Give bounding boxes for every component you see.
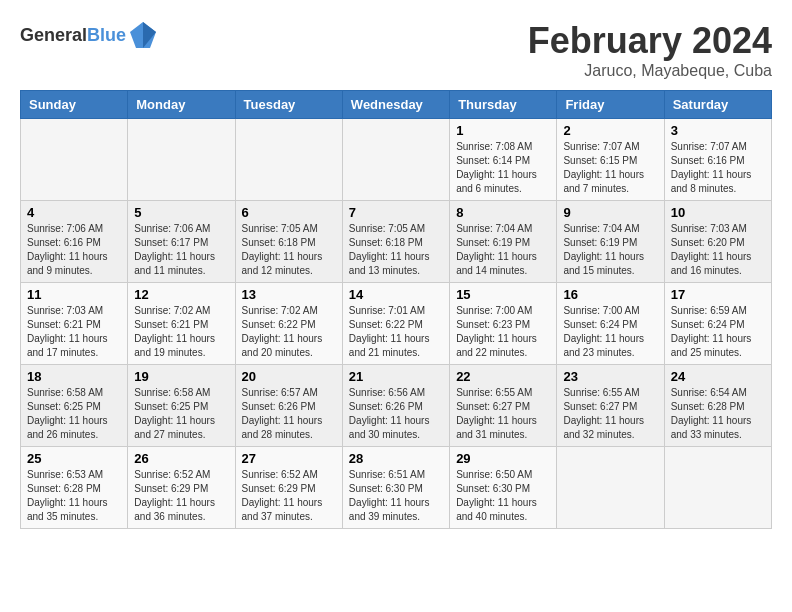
calendar-header-row: Sunday Monday Tuesday Wednesday Thursday… [21,91,772,119]
calendar-week-row: 25Sunrise: 6:53 AM Sunset: 6:28 PM Dayli… [21,447,772,529]
day-number: 28 [349,451,443,466]
table-row: 20Sunrise: 6:57 AM Sunset: 6:26 PM Dayli… [235,365,342,447]
col-friday: Friday [557,91,664,119]
day-info: Sunrise: 7:04 AM Sunset: 6:19 PM Dayligh… [456,222,550,278]
day-info: Sunrise: 6:58 AM Sunset: 6:25 PM Dayligh… [134,386,228,442]
day-info: Sunrise: 7:03 AM Sunset: 6:20 PM Dayligh… [671,222,765,278]
table-row: 10Sunrise: 7:03 AM Sunset: 6:20 PM Dayli… [664,201,771,283]
table-row: 12Sunrise: 7:02 AM Sunset: 6:21 PM Dayli… [128,283,235,365]
col-thursday: Thursday [450,91,557,119]
table-row: 13Sunrise: 7:02 AM Sunset: 6:22 PM Dayli… [235,283,342,365]
table-row: 17Sunrise: 6:59 AM Sunset: 6:24 PM Dayli… [664,283,771,365]
day-info: Sunrise: 7:08 AM Sunset: 6:14 PM Dayligh… [456,140,550,196]
day-info: Sunrise: 6:55 AM Sunset: 6:27 PM Dayligh… [456,386,550,442]
day-number: 4 [27,205,121,220]
day-info: Sunrise: 7:06 AM Sunset: 6:17 PM Dayligh… [134,222,228,278]
table-row: 23Sunrise: 6:55 AM Sunset: 6:27 PM Dayli… [557,365,664,447]
table-row: 3Sunrise: 7:07 AM Sunset: 6:16 PM Daylig… [664,119,771,201]
table-row [342,119,449,201]
day-number: 27 [242,451,336,466]
day-info: Sunrise: 7:01 AM Sunset: 6:22 PM Dayligh… [349,304,443,360]
day-info: Sunrise: 6:50 AM Sunset: 6:30 PM Dayligh… [456,468,550,524]
day-info: Sunrise: 7:02 AM Sunset: 6:21 PM Dayligh… [134,304,228,360]
day-number: 20 [242,369,336,384]
calendar-week-row: 11Sunrise: 7:03 AM Sunset: 6:21 PM Dayli… [21,283,772,365]
day-info: Sunrise: 7:06 AM Sunset: 6:16 PM Dayligh… [27,222,121,278]
calendar-week-row: 4Sunrise: 7:06 AM Sunset: 6:16 PM Daylig… [21,201,772,283]
table-row: 7Sunrise: 7:05 AM Sunset: 6:18 PM Daylig… [342,201,449,283]
calendar-week-row: 1Sunrise: 7:08 AM Sunset: 6:14 PM Daylig… [21,119,772,201]
day-number: 29 [456,451,550,466]
table-row: 16Sunrise: 7:00 AM Sunset: 6:24 PM Dayli… [557,283,664,365]
table-row [664,447,771,529]
day-number: 18 [27,369,121,384]
day-info: Sunrise: 6:53 AM Sunset: 6:28 PM Dayligh… [27,468,121,524]
day-info: Sunrise: 7:04 AM Sunset: 6:19 PM Dayligh… [563,222,657,278]
day-number: 8 [456,205,550,220]
calendar-week-row: 18Sunrise: 6:58 AM Sunset: 6:25 PM Dayli… [21,365,772,447]
table-row [128,119,235,201]
col-monday: Monday [128,91,235,119]
table-row: 11Sunrise: 7:03 AM Sunset: 6:21 PM Dayli… [21,283,128,365]
table-row: 28Sunrise: 6:51 AM Sunset: 6:30 PM Dayli… [342,447,449,529]
day-number: 12 [134,287,228,302]
table-row: 4Sunrise: 7:06 AM Sunset: 6:16 PM Daylig… [21,201,128,283]
table-row: 15Sunrise: 7:00 AM Sunset: 6:23 PM Dayli… [450,283,557,365]
day-number: 21 [349,369,443,384]
day-info: Sunrise: 7:07 AM Sunset: 6:15 PM Dayligh… [563,140,657,196]
table-row: 6Sunrise: 7:05 AM Sunset: 6:18 PM Daylig… [235,201,342,283]
col-tuesday: Tuesday [235,91,342,119]
day-number: 14 [349,287,443,302]
table-row: 26Sunrise: 6:52 AM Sunset: 6:29 PM Dayli… [128,447,235,529]
day-number: 15 [456,287,550,302]
day-number: 17 [671,287,765,302]
day-info: Sunrise: 7:05 AM Sunset: 6:18 PM Dayligh… [242,222,336,278]
day-number: 22 [456,369,550,384]
day-info: Sunrise: 7:05 AM Sunset: 6:18 PM Dayligh… [349,222,443,278]
day-info: Sunrise: 7:03 AM Sunset: 6:21 PM Dayligh… [27,304,121,360]
day-info: Sunrise: 6:58 AM Sunset: 6:25 PM Dayligh… [27,386,121,442]
day-number: 13 [242,287,336,302]
day-info: Sunrise: 6:55 AM Sunset: 6:27 PM Dayligh… [563,386,657,442]
table-row: 22Sunrise: 6:55 AM Sunset: 6:27 PM Dayli… [450,365,557,447]
day-info: Sunrise: 6:52 AM Sunset: 6:29 PM Dayligh… [134,468,228,524]
page-header: GeneralBlue February 2024 Jaruco, Mayabe… [20,20,772,80]
day-number: 6 [242,205,336,220]
day-number: 16 [563,287,657,302]
day-info: Sunrise: 6:59 AM Sunset: 6:24 PM Dayligh… [671,304,765,360]
day-info: Sunrise: 7:07 AM Sunset: 6:16 PM Dayligh… [671,140,765,196]
location: Jaruco, Mayabeque, Cuba [528,62,772,80]
day-number: 25 [27,451,121,466]
day-info: Sunrise: 6:52 AM Sunset: 6:29 PM Dayligh… [242,468,336,524]
logo: GeneralBlue [20,20,158,50]
table-row: 18Sunrise: 6:58 AM Sunset: 6:25 PM Dayli… [21,365,128,447]
day-number: 23 [563,369,657,384]
table-row: 1Sunrise: 7:08 AM Sunset: 6:14 PM Daylig… [450,119,557,201]
day-info: Sunrise: 6:54 AM Sunset: 6:28 PM Dayligh… [671,386,765,442]
day-number: 3 [671,123,765,138]
logo-icon [128,20,158,50]
day-info: Sunrise: 7:02 AM Sunset: 6:22 PM Dayligh… [242,304,336,360]
day-number: 26 [134,451,228,466]
day-info: Sunrise: 6:57 AM Sunset: 6:26 PM Dayligh… [242,386,336,442]
table-row: 2Sunrise: 7:07 AM Sunset: 6:15 PM Daylig… [557,119,664,201]
table-row: 24Sunrise: 6:54 AM Sunset: 6:28 PM Dayli… [664,365,771,447]
day-number: 24 [671,369,765,384]
table-row: 14Sunrise: 7:01 AM Sunset: 6:22 PM Dayli… [342,283,449,365]
table-row: 9Sunrise: 7:04 AM Sunset: 6:19 PM Daylig… [557,201,664,283]
col-saturday: Saturday [664,91,771,119]
table-row: 21Sunrise: 6:56 AM Sunset: 6:26 PM Dayli… [342,365,449,447]
table-row [557,447,664,529]
table-row: 29Sunrise: 6:50 AM Sunset: 6:30 PM Dayli… [450,447,557,529]
day-number: 10 [671,205,765,220]
table-row: 25Sunrise: 6:53 AM Sunset: 6:28 PM Dayli… [21,447,128,529]
table-row: 8Sunrise: 7:04 AM Sunset: 6:19 PM Daylig… [450,201,557,283]
day-info: Sunrise: 7:00 AM Sunset: 6:23 PM Dayligh… [456,304,550,360]
day-number: 5 [134,205,228,220]
table-row [21,119,128,201]
logo-general: General [20,25,87,45]
day-number: 11 [27,287,121,302]
title-block: February 2024 Jaruco, Mayabeque, Cuba [528,20,772,80]
col-wednesday: Wednesday [342,91,449,119]
table-row: 5Sunrise: 7:06 AM Sunset: 6:17 PM Daylig… [128,201,235,283]
